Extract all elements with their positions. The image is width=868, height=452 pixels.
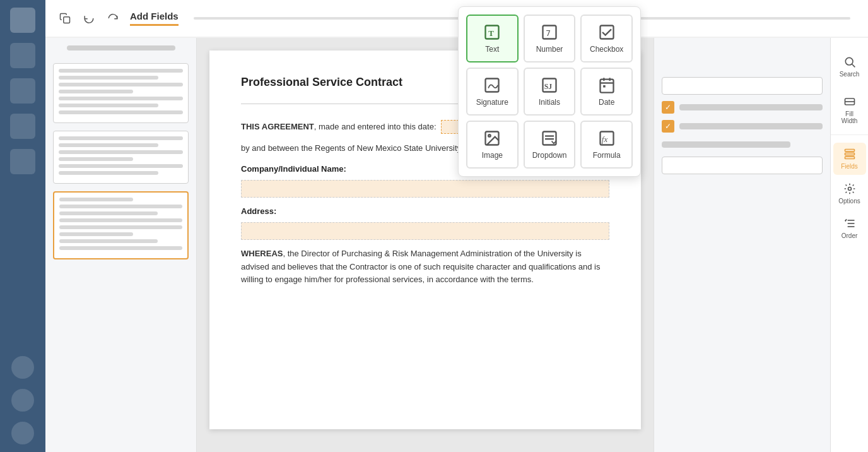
field-text-label: Text xyxy=(485,45,499,54)
fields-label: Fields xyxy=(841,163,858,170)
right-input-2[interactable] xyxy=(662,157,823,174)
redo-button[interactable] xyxy=(103,9,122,28)
search-label: Search xyxy=(840,71,860,78)
doc-title: Professional Service Contract xyxy=(241,76,402,89)
svg-text:SJ: SJ xyxy=(544,83,552,91)
svg-point-15 xyxy=(488,134,491,137)
sidebar-icon-4[interactable] xyxy=(10,114,35,139)
toolbar-title: Add Fields xyxy=(130,11,179,26)
svg-rect-9 xyxy=(600,80,613,93)
field-item-formula[interactable]: fx Formula xyxy=(580,121,633,169)
order-tab[interactable]: Order xyxy=(833,212,866,244)
svg-rect-26 xyxy=(845,153,854,155)
field-item-checkbox[interactable]: Checkbox xyxy=(580,38,633,62)
right-checkbox-row-2: ✓ xyxy=(662,120,823,133)
thumbnail-3[interactable] xyxy=(53,191,189,259)
copy-button[interactable] xyxy=(56,9,74,28)
address-label: Address: xyxy=(241,205,609,218)
field-item-image[interactable]: Image xyxy=(466,121,519,169)
svg-rect-1 xyxy=(486,38,499,39)
right-sidebar-icons: Search Fill Width xyxy=(830,38,868,452)
field-item-initials[interactable]: SJ Initials xyxy=(524,68,576,116)
field-signature-label: Signature xyxy=(476,98,508,107)
fill-width-label: Fill Width xyxy=(837,110,862,124)
sidebar-icon-3[interactable] xyxy=(10,78,35,104)
sidebar-circle-3[interactable] xyxy=(11,422,34,444)
field-initials-label: Initials xyxy=(539,98,560,107)
right-content: ✓ ✓ xyxy=(654,38,830,452)
field-item-dropdown[interactable]: Dropdown xyxy=(524,121,576,169)
right-text-line-1 xyxy=(662,141,790,148)
sidebar-icon-5[interactable] xyxy=(10,149,35,174)
whereas-strong: WHEREAS xyxy=(241,249,283,258)
address-field[interactable] xyxy=(241,222,609,240)
thumbnail-2[interactable] xyxy=(53,131,189,184)
svg-point-28 xyxy=(848,187,851,191)
svg-rect-0 xyxy=(64,17,70,23)
fields-popup: T Text 7 Number xyxy=(458,38,641,177)
thumbnails-sidebar xyxy=(45,38,197,452)
svg-rect-27 xyxy=(845,157,854,158)
sidebar-circle-1[interactable] xyxy=(11,356,34,379)
svg-text:fx: fx xyxy=(601,135,607,144)
search-tool[interactable]: Search xyxy=(833,51,866,83)
toolbar: Add Fields xyxy=(45,0,868,38)
right-checkbox-1[interactable]: ✓ xyxy=(662,101,674,114)
field-item-text[interactable]: T Text xyxy=(466,38,519,62)
right-input-1[interactable] xyxy=(662,77,823,95)
right-panel: ✓ ✓ xyxy=(654,38,868,452)
sidebar-icon-1[interactable] xyxy=(10,8,35,33)
svg-rect-25 xyxy=(845,150,854,152)
svg-rect-5 xyxy=(600,38,613,39)
right-checkbox-line-2 xyxy=(679,123,823,129)
toolbar-left-actions xyxy=(56,9,122,28)
sidebar-icon-2[interactable] xyxy=(10,43,35,68)
field-formula-label: Formula xyxy=(593,151,621,160)
fill-width-tool[interactable]: Fill Width xyxy=(833,90,866,129)
field-item-date[interactable]: Date xyxy=(580,68,633,116)
agreement-strong: THIS AGREEMENT xyxy=(241,122,314,131)
thumbnail-1[interactable] xyxy=(53,63,189,123)
order-label: Order xyxy=(842,232,858,239)
options-label: Options xyxy=(838,198,860,205)
field-date-label: Date xyxy=(599,98,614,107)
svg-rect-13 xyxy=(603,85,606,88)
right-checkbox-line-1 xyxy=(679,104,823,110)
right-checkbox-2[interactable]: ✓ xyxy=(662,120,674,133)
fields-tab[interactable]: Fields xyxy=(833,143,866,175)
field-dropdown-label: Dropdown xyxy=(532,151,567,160)
svg-line-22 xyxy=(852,64,855,68)
svg-rect-3 xyxy=(542,38,556,39)
options-tab[interactable]: Options xyxy=(833,177,866,210)
address-section: Address: xyxy=(241,205,609,240)
sidebar-circle-2[interactable] xyxy=(11,389,34,412)
svg-point-21 xyxy=(845,57,853,65)
fields-grid: T Text 7 Number xyxy=(466,38,633,169)
field-image-label: Image xyxy=(482,151,503,160)
left-sidebar xyxy=(0,0,45,452)
main-content: Add Fields xyxy=(45,0,868,452)
field-checkbox-label: Checkbox xyxy=(590,45,623,54)
field-item-number[interactable]: 7 Number xyxy=(524,38,576,62)
field-number-label: Number xyxy=(536,45,563,54)
field-item-signature[interactable]: Signature xyxy=(466,68,519,116)
content-area: Professional Service Contract New Mexico… xyxy=(45,38,868,452)
right-checkbox-row-1: ✓ xyxy=(662,101,823,114)
whereas-paragraph: WHEREAS, the Director of Purchasing & Ri… xyxy=(241,247,609,287)
undo-button[interactable] xyxy=(79,9,98,28)
company-field[interactable] xyxy=(241,180,609,198)
